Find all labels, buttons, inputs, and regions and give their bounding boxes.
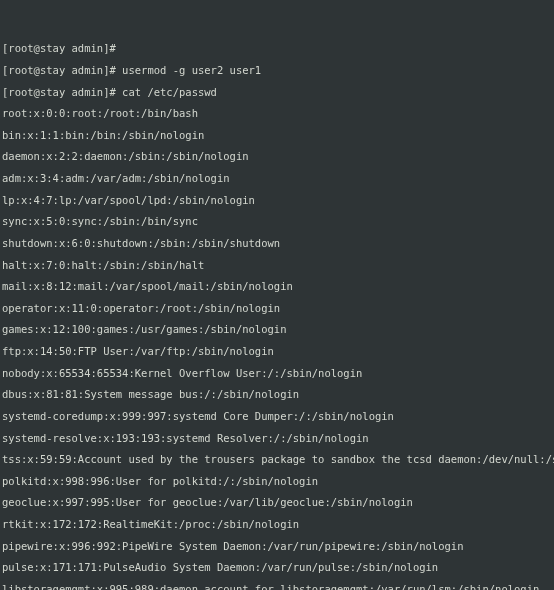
terminal-line: [root@stay admin]# cat /etc/passwd — [2, 87, 552, 98]
terminal-line: pulse:x:171:171:PulseAudio System Daemon… — [2, 562, 552, 573]
terminal-line: shutdown:x:6:0:shutdown:/sbin:/sbin/shut… — [2, 238, 552, 249]
terminal-line: tss:x:59:59:Account used by the trousers… — [2, 454, 552, 465]
terminal-line: geoclue:x:997:995:User for geoclue:/var/… — [2, 497, 552, 508]
terminal-line: ftp:x:14:50:FTP User:/var/ftp:/sbin/nolo… — [2, 346, 552, 357]
terminal-line: polkitd:x:998:996:User for polkitd:/:/sb… — [2, 476, 552, 487]
terminal-line: daemon:x:2:2:daemon:/sbin:/sbin/nologin — [2, 151, 552, 162]
terminal-line: halt:x:7:0:halt:/sbin:/sbin/halt — [2, 260, 552, 271]
terminal-line: operator:x:11:0:operator:/root:/sbin/nol… — [2, 303, 552, 314]
terminal-output[interactable]: [root@stay admin]# [root@stay admin]# us… — [0, 32, 554, 590]
terminal-line: rtkit:x:172:172:RealtimeKit:/proc:/sbin/… — [2, 519, 552, 530]
terminal-line: mail:x:8:12:mail:/var/spool/mail:/sbin/n… — [2, 281, 552, 292]
terminal-line: bin:x:1:1:bin:/bin:/sbin/nologin — [2, 130, 552, 141]
terminal-line: root:x:0:0:root:/root:/bin/bash — [2, 108, 552, 119]
terminal-line: lp:x:4:7:lp:/var/spool/lpd:/sbin/nologin — [2, 195, 552, 206]
terminal-line: sync:x:5:0:sync:/sbin:/bin/sync — [2, 216, 552, 227]
terminal-line: libstoragemgmt:x:995:989:daemon account … — [2, 584, 552, 590]
terminal-line: systemd-resolve:x:193:193:systemd Resolv… — [2, 433, 552, 444]
terminal-line: dbus:x:81:81:System message bus:/:/sbin/… — [2, 389, 552, 400]
terminal-line: [root@stay admin]# — [2, 43, 552, 54]
terminal-line: adm:x:3:4:adm:/var/adm:/sbin/nologin — [2, 173, 552, 184]
terminal-line: [root@stay admin]# usermod -g user2 user… — [2, 65, 552, 76]
terminal-line: pipewire:x:996:992:PipeWire System Daemo… — [2, 541, 552, 552]
terminal-line: systemd-coredump:x:999:997:systemd Core … — [2, 411, 552, 422]
terminal-line: nobody:x:65534:65534:Kernel Overflow Use… — [2, 368, 552, 379]
terminal-line: games:x:12:100:games:/usr/games:/sbin/no… — [2, 324, 552, 335]
